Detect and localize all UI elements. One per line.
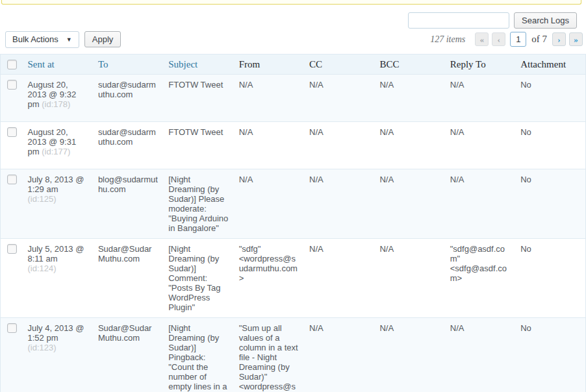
cell-subject: [Night Dreaming (by Sudar)] Comment: "Po… (163, 239, 233, 318)
row-id-label: (id:125) (28, 194, 57, 204)
cell-reply-to: "sdfg@asdf.com" <sdfg@asdf.com> (445, 239, 515, 318)
cell-from: "Sum up all values of a column in a text… (234, 318, 304, 392)
row-id-label: (id:177) (42, 147, 70, 156)
cell-subject: [Night Dreaming (by Sudar)] Pingback: "C… (163, 318, 233, 392)
row-select-cell (1, 75, 23, 122)
cell-from: N/A (234, 122, 304, 169)
search-logs-button[interactable]: Search Logs (514, 12, 577, 29)
table-row: July 5, 2013 @ 8:11 am (id:124) Sudar@Su… (1, 239, 586, 318)
select-row-checkbox[interactable] (7, 323, 17, 333)
cell-to: Sudar@SudarMuthu.com (93, 239, 163, 318)
select-row-checkbox[interactable] (7, 80, 17, 90)
select-all-checkbox[interactable] (7, 60, 17, 69)
next-page-button[interactable]: › (552, 32, 566, 46)
cell-subject: FTOTW Tweet (163, 122, 233, 169)
cell-sent-at: July 4, 2013 @ 1:52 pm (id:123) (23, 318, 93, 392)
table-row: July 4, 2013 @ 1:52 pm (id:123) Sudar@Su… (1, 318, 586, 392)
current-page-input[interactable] (510, 32, 526, 47)
search-input[interactable] (408, 12, 509, 29)
cell-to: sudar@sudarmuthu.com (93, 75, 163, 122)
cell-bcc: N/A (374, 122, 444, 169)
cell-sent-at: July 5, 2013 @ 8:11 am (id:124) (23, 239, 93, 318)
cell-bcc: N/A (374, 318, 444, 392)
cell-subject: FTOTW Tweet (163, 75, 233, 122)
column-header-cc: CC (304, 55, 374, 75)
column-header-attachment: Attachment (515, 55, 585, 75)
cell-cc: N/A (304, 75, 374, 122)
items-count: 127 items (430, 34, 465, 45)
cell-attachment: No (515, 122, 585, 169)
column-header-to[interactable]: To (93, 55, 163, 75)
row-select-cell (1, 169, 23, 239)
cell-bcc: N/A (374, 169, 444, 239)
apply-button[interactable]: Apply (84, 31, 121, 47)
cell-attachment: No (515, 239, 585, 318)
table-row: July 8, 2013 @ 1:29 am (id:125) blog@sud… (1, 169, 586, 239)
prev-page-button[interactable]: ‹ (492, 32, 505, 46)
cell-to: blog@sudarmuthu.com (93, 169, 163, 239)
cell-bcc: N/A (374, 75, 444, 122)
column-header-subject[interactable]: Subject (163, 55, 233, 75)
row-id-label: (id:178) (42, 99, 70, 109)
cell-attachment: No (515, 75, 585, 122)
select-row-checkbox[interactable] (7, 175, 17, 184)
column-header-sent-at[interactable]: Sent at (23, 55, 93, 75)
bulk-actions-label: Bulk Actions (12, 34, 58, 44)
first-page-button[interactable]: « (475, 32, 489, 46)
cell-cc: N/A (304, 122, 374, 169)
cell-to: sudar@sudarmuthu.com (93, 122, 163, 169)
cell-subject: [Night Dreaming (by Sudar)] Please moder… (163, 169, 233, 239)
column-header-bcc: BCC (374, 55, 444, 75)
column-header-reply-to: Reply To (445, 55, 515, 75)
notice-bar (1, 0, 581, 5)
cell-sent-at: August 20, 2013 @ 9:32 pm (id:178) (23, 75, 93, 122)
cell-sent-at: August 20, 2013 @ 9:31 pm (id:177) (23, 122, 93, 169)
row-select-cell (1, 122, 23, 169)
table-header-row: Sent at To Subject From CC BCC Reply To … (1, 55, 586, 75)
cell-to: Sudar@SudarMuthu.com (93, 318, 163, 392)
last-page-button[interactable]: » (569, 32, 583, 46)
row-id-label: (id:124) (28, 263, 57, 273)
column-header-from: From (234, 55, 304, 75)
select-row-checkbox[interactable] (7, 127, 17, 137)
cell-reply-to: N/A (445, 75, 515, 122)
toolbar-row: Bulk Actions ▼ Apply 127 items « ‹ of 7 … (5, 31, 583, 48)
cell-cc: N/A (304, 318, 374, 392)
cell-from: N/A (234, 169, 304, 239)
bulk-actions-select[interactable]: Bulk Actions ▼ (5, 31, 79, 48)
email-log-table: Sent at To Subject From CC BCC Reply To … (0, 54, 586, 392)
row-select-cell (1, 239, 23, 318)
select-row-checkbox[interactable] (7, 244, 17, 254)
cell-from: "sdfg" <wordpress@sudarmuthu.com> (234, 239, 304, 318)
pagination: 127 items « ‹ of 7 › » (430, 32, 583, 47)
cell-bcc: N/A (374, 239, 444, 318)
cell-cc: N/A (304, 239, 374, 318)
cell-sent-at: July 8, 2013 @ 1:29 am (id:125) (23, 169, 93, 239)
row-select-cell (1, 318, 23, 392)
cell-attachment: No (515, 318, 585, 392)
table-row: August 20, 2013 @ 9:31 pm (id:177) sudar… (1, 122, 586, 169)
table-row: August 20, 2013 @ 9:32 pm (id:178) sudar… (1, 75, 586, 122)
cell-from: N/A (234, 75, 304, 122)
log-table-body: August 20, 2013 @ 9:32 pm (id:178) sudar… (1, 75, 586, 392)
cell-reply-to: N/A (445, 169, 515, 239)
search-row: Search Logs (0, 12, 577, 29)
cell-cc: N/A (304, 169, 374, 239)
cell-reply-to: N/A (445, 122, 515, 169)
cell-attachment: No (515, 169, 585, 239)
cell-reply-to: N/A (445, 318, 515, 392)
total-pages-label: of 7 (531, 34, 547, 45)
row-id-label: (id:123) (28, 343, 57, 352)
dropdown-arrow-icon: ▼ (66, 36, 72, 43)
select-all-cell (1, 55, 23, 75)
